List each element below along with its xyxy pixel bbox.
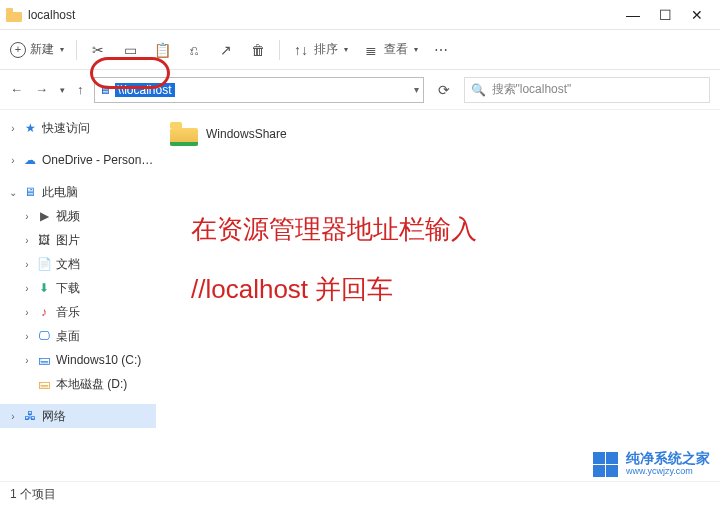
- desktop-icon: 🖵: [36, 329, 52, 343]
- annotation-line-1: 在资源管理器地址栏输入: [191, 200, 477, 260]
- chevron-right-icon: ›: [22, 355, 32, 366]
- minimize-button[interactable]: —: [626, 8, 640, 22]
- rename-icon[interactable]: ⎌: [185, 41, 203, 59]
- document-icon: 📄: [36, 257, 52, 271]
- copy-icon[interactable]: ▭: [121, 41, 139, 59]
- sort-button[interactable]: ↑↓ 排序 ▾: [292, 41, 348, 59]
- chevron-down-icon: ▾: [60, 45, 64, 54]
- sidebar-item-label: 视频: [56, 208, 80, 225]
- folder-icon: [6, 8, 22, 22]
- sidebar-item-desktop[interactable]: › 🖵 桌面: [0, 324, 156, 348]
- refresh-button[interactable]: ⟳: [434, 82, 454, 98]
- sidebar-item-music[interactable]: › ♪ 音乐: [0, 300, 156, 324]
- plus-circle-icon: +: [10, 42, 26, 58]
- sidebar-item-label: 文档: [56, 256, 80, 273]
- new-button[interactable]: + 新建 ▾: [10, 41, 64, 58]
- window-title: localhost: [28, 8, 75, 22]
- chevron-right-icon: ›: [8, 123, 18, 134]
- sidebar-item-label: OneDrive - Person…: [42, 153, 153, 167]
- watermark-text: 纯净系统之家 www.ycwjzy.com: [626, 451, 710, 476]
- maximize-button[interactable]: ☐: [658, 8, 672, 22]
- chevron-right-icon: ›: [22, 331, 32, 342]
- chevron-right-icon: ›: [22, 235, 32, 246]
- chevron-down-icon: ▾: [414, 45, 418, 54]
- cloud-icon: ☁: [22, 153, 38, 167]
- sidebar-item-label: 网络: [42, 408, 66, 425]
- drive-icon: 🖴: [36, 377, 52, 391]
- watermark-title: 纯净系统之家: [626, 451, 710, 466]
- folder-item[interactable]: WindowsShare: [170, 118, 706, 150]
- computer-icon: 🖥: [99, 83, 111, 97]
- chevron-down-icon: ▾: [344, 45, 348, 54]
- computer-icon: 🖥: [22, 185, 38, 199]
- back-button[interactable]: ←: [10, 82, 23, 97]
- status-item-count: 1 个项目: [10, 486, 56, 503]
- sidebar-item-label: 图片: [56, 232, 80, 249]
- sidebar-item-label: 快速访问: [42, 120, 90, 137]
- sidebar-item-documents[interactable]: › 📄 文档: [0, 252, 156, 276]
- body-area: › ★ 快速访问 › ☁ OneDrive - Person… ⌄ 🖥 此电脑 …: [0, 110, 720, 480]
- sidebar-item-drive-c[interactable]: › 🖴 Windows10 (C:): [0, 348, 156, 372]
- sidebar-item-label: 此电脑: [42, 184, 78, 201]
- network-icon: 🖧: [22, 409, 38, 423]
- sidebar-item-label: 桌面: [56, 328, 80, 345]
- window-controls: — ☐ ✕: [626, 8, 714, 22]
- view-group: ↑↓ 排序 ▾ ≣ 查看 ▾ ⋯: [292, 41, 450, 59]
- chevron-right-icon: ›: [22, 307, 32, 318]
- sidebar-item-onedrive[interactable]: › ☁ OneDrive - Person…: [0, 148, 156, 172]
- watermark-logo-icon: [592, 451, 618, 477]
- forward-button[interactable]: →: [35, 82, 48, 97]
- sidebar-item-downloads[interactable]: › ⬇ 下载: [0, 276, 156, 300]
- music-icon: ♪: [36, 305, 52, 319]
- share-icon[interactable]: ↗: [217, 41, 235, 59]
- sidebar-item-label: Windows10 (C:): [56, 353, 141, 367]
- clipboard-group: ✂ ▭ 📋 ⎌ ↗ 🗑: [89, 41, 267, 59]
- separator: [279, 40, 280, 60]
- close-button[interactable]: ✕: [690, 8, 704, 22]
- paste-icon[interactable]: 📋: [153, 41, 171, 59]
- download-icon: ⬇: [36, 281, 52, 295]
- folder-label: WindowsShare: [206, 127, 287, 141]
- content-pane: WindowsShare 在资源管理器地址栏输入 //localhost 并回车: [156, 110, 720, 480]
- watermark: 纯净系统之家 www.ycwjzy.com: [592, 451, 710, 477]
- sidebar-item-pictures[interactable]: › 🖼 图片: [0, 228, 156, 252]
- more-button[interactable]: ⋯: [432, 41, 450, 59]
- sidebar-item-label: 音乐: [56, 304, 80, 321]
- address-bar[interactable]: 🖥 \\localhost ▾: [94, 77, 424, 103]
- status-bar: 1 个项目: [0, 481, 720, 507]
- chevron-down-icon: ⌄: [8, 187, 18, 198]
- chevron-right-icon: ›: [22, 211, 32, 222]
- sidebar-item-this-pc[interactable]: ⌄ 🖥 此电脑: [0, 180, 156, 204]
- nav-arrows: ← → ▾ ↑: [10, 82, 84, 97]
- chevron-right-icon: ›: [22, 283, 32, 294]
- sort-icon: ↑↓: [292, 41, 310, 59]
- watermark-url: www.ycwjzy.com: [626, 467, 710, 477]
- addressbar-dropdown-icon[interactable]: ▾: [414, 84, 419, 95]
- sidebar-item-videos[interactable]: › ▶ 视频: [0, 204, 156, 228]
- chevron-down-icon[interactable]: ▾: [60, 85, 65, 95]
- annotation-text: 在资源管理器地址栏输入 //localhost 并回车: [191, 200, 477, 320]
- separator: [76, 40, 77, 60]
- up-button[interactable]: ↑: [77, 82, 84, 97]
- chevron-right-icon: ›: [22, 259, 32, 270]
- star-icon: ★: [22, 121, 38, 135]
- search-placeholder: 搜索"localhost": [492, 81, 572, 98]
- sidebar-item-network[interactable]: › 🖧 网络: [0, 404, 156, 428]
- address-path: \\localhost: [115, 83, 175, 97]
- chevron-right-icon: ›: [8, 155, 18, 166]
- search-icon: 🔍: [471, 83, 486, 97]
- search-input[interactable]: 🔍 搜索"localhost": [464, 77, 711, 103]
- sidebar-item-drive-d[interactable]: › 🖴 本地磁盘 (D:): [0, 372, 156, 396]
- cut-icon[interactable]: ✂: [89, 41, 107, 59]
- view-button[interactable]: ≣ 查看 ▾: [362, 41, 418, 59]
- sort-label: 排序: [314, 41, 338, 58]
- picture-icon: 🖼: [36, 233, 52, 247]
- delete-icon[interactable]: 🗑: [249, 41, 267, 59]
- view-label: 查看: [384, 41, 408, 58]
- sidebar: › ★ 快速访问 › ☁ OneDrive - Person… ⌄ 🖥 此电脑 …: [0, 110, 156, 480]
- sidebar-item-quick-access[interactable]: › ★ 快速访问: [0, 116, 156, 140]
- window-titlebar: localhost — ☐ ✕: [0, 0, 720, 30]
- sidebar-item-label: 本地磁盘 (D:): [56, 376, 127, 393]
- toolbar: + 新建 ▾ ✂ ▭ 📋 ⎌ ↗ 🗑 ↑↓ 排序 ▾ ≣ 查看 ▾ ⋯: [0, 30, 720, 70]
- view-icon: ≣: [362, 41, 380, 59]
